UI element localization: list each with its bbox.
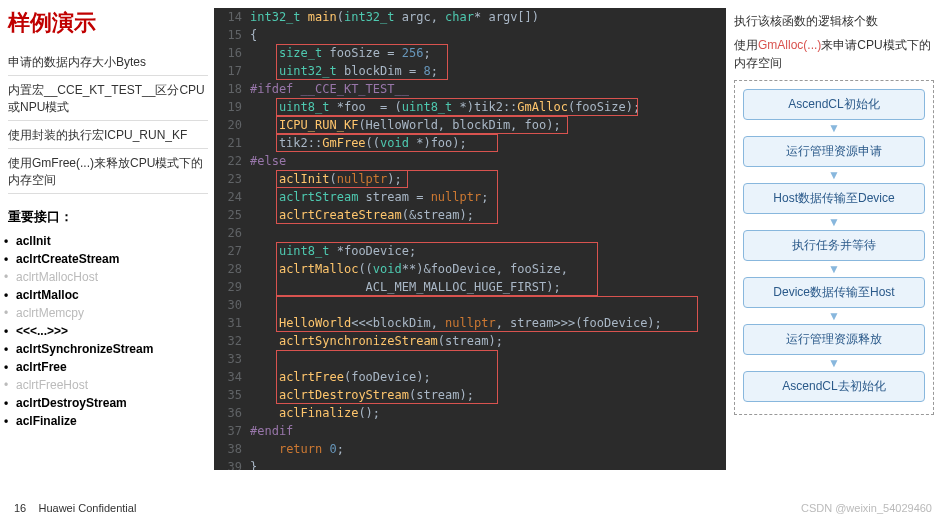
code-line[interactable]: 31 HelloWorld<<<blockDim, nullptr, strea… xyxy=(214,314,726,332)
line-number: 33 xyxy=(214,350,250,368)
code-content[interactable]: aclrtMalloc((void**)&fooDevice, fooSize, xyxy=(250,260,726,278)
api-item: aclrtMallocHost xyxy=(8,268,208,286)
code-content[interactable]: uint8_t *fooDevice; xyxy=(250,242,726,260)
line-number: 20 xyxy=(214,116,250,134)
page-number: 16 xyxy=(14,502,26,514)
flow-step: AscendCL去初始化 xyxy=(743,371,925,402)
footer-label: Huawei Confidential xyxy=(38,502,136,514)
code-content[interactable]: size_t fooSize = 256; xyxy=(250,44,726,62)
flow-arrow-icon: ▼ xyxy=(743,312,925,320)
line-number: 38 xyxy=(214,440,250,458)
line-number: 22 xyxy=(214,152,250,170)
code-line[interactable]: 33 xyxy=(214,350,726,368)
flow-arrow-icon: ▼ xyxy=(743,171,925,179)
code-line[interactable]: 23 aclInit(nullptr); xyxy=(214,170,726,188)
left-panel: 样例演示 申请的数据内存大小Bytes内置宏__CCE_KT_TEST__区分C… xyxy=(8,8,208,430)
code-line[interactable]: 14int32_t main(int32_t argc, char* argv[… xyxy=(214,8,726,26)
code-content[interactable]: #endif xyxy=(250,422,726,440)
code-content[interactable]: ICPU_RUN_KF(HelloWorld, blockDim, foo); xyxy=(250,116,726,134)
code-content[interactable]: tik2::GmFree((void *)foo); xyxy=(250,134,726,152)
flow-step: 运行管理资源释放 xyxy=(743,324,925,355)
code-line[interactable]: 34 aclrtFree(fooDevice); xyxy=(214,368,726,386)
code-line[interactable]: 35 aclrtDestroyStream(stream); xyxy=(214,386,726,404)
code-line[interactable]: 38 return 0; xyxy=(214,440,726,458)
code-line[interactable]: 28 aclrtMalloc((void**)&fooDevice, fooSi… xyxy=(214,260,726,278)
line-number: 34 xyxy=(214,368,250,386)
line-number: 19 xyxy=(214,98,250,116)
code-line[interactable]: 37#endif xyxy=(214,422,726,440)
code-content[interactable]: int32_t main(int32_t argc, char* argv[]) xyxy=(250,8,726,26)
code-line[interactable]: 18#ifdef __CCE_KT_TEST__ xyxy=(214,80,726,98)
right-note: 使用GmAlloc(...)来申请CPU模式下的内存空间 xyxy=(734,36,934,72)
flow-step: Device数据传输至Host xyxy=(743,277,925,308)
page-title: 样例演示 xyxy=(8,8,208,38)
footer: 16 Huawei Confidential xyxy=(14,502,136,514)
line-number: 16 xyxy=(214,44,250,62)
line-number: 27 xyxy=(214,242,250,260)
right-note: 执行该核函数的逻辑核个数 xyxy=(734,12,934,30)
line-number: 18 xyxy=(214,80,250,98)
code-content[interactable]: return 0; xyxy=(250,440,726,458)
flow-step: 执行任务并等待 xyxy=(743,230,925,261)
line-number: 17 xyxy=(214,62,250,80)
flow-diagram: AscendCL初始化▼运行管理资源申请▼Host数据传输至Device▼执行任… xyxy=(734,80,934,415)
code-line[interactable]: 15{ xyxy=(214,26,726,44)
code-content[interactable]: aclFinalize(); xyxy=(250,404,726,422)
line-number: 36 xyxy=(214,404,250,422)
code-line[interactable]: 27 uint8_t *fooDevice; xyxy=(214,242,726,260)
code-line[interactable]: 20 ICPU_RUN_KF(HelloWorld, blockDim, foo… xyxy=(214,116,726,134)
api-list: aclInitaclrtCreateStreamaclrtMallocHosta… xyxy=(8,232,208,430)
code-line[interactable]: 39} xyxy=(214,458,726,470)
code-content[interactable]: aclInit(nullptr); xyxy=(250,170,726,188)
left-annotation: 内置宏__CCE_KT_TEST__区分CPU或NPU模式 xyxy=(8,78,208,121)
code-content[interactable]: aclrtStream stream = nullptr; xyxy=(250,188,726,206)
code-line[interactable]: 26 xyxy=(214,224,726,242)
annotation-list: 申请的数据内存大小Bytes内置宏__CCE_KT_TEST__区分CPU或NP… xyxy=(8,50,208,194)
api-item: aclFinalize xyxy=(8,412,208,430)
api-item: <<<...>>> xyxy=(8,322,208,340)
code-content[interactable]: ACL_MEM_MALLOC_HUGE_FIRST); xyxy=(250,278,726,296)
code-line[interactable]: 17 uint32_t blockDim = 8; xyxy=(214,62,726,80)
code-content[interactable]: uint32_t blockDim = 8; xyxy=(250,62,726,80)
line-number: 21 xyxy=(214,134,250,152)
code-line[interactable]: 19 uint8_t *foo = (uint8_t *)tik2::GmAll… xyxy=(214,98,726,116)
line-number: 14 xyxy=(214,8,250,26)
code-content[interactable] xyxy=(250,296,726,314)
code-editor[interactable]: 14int32_t main(int32_t argc, char* argv[… xyxy=(214,8,726,470)
line-number: 31 xyxy=(214,314,250,332)
code-content[interactable]: aclrtSynchronizeStream(stream); xyxy=(250,332,726,350)
flow-arrow-icon: ▼ xyxy=(743,265,925,273)
code-content[interactable]: aclrtFree(fooDevice); xyxy=(250,368,726,386)
code-content[interactable] xyxy=(250,224,726,242)
line-number: 39 xyxy=(214,458,250,470)
code-content[interactable]: #else xyxy=(250,152,726,170)
code-content[interactable]: } xyxy=(250,458,726,470)
code-line[interactable]: 22#else xyxy=(214,152,726,170)
code-content[interactable]: { xyxy=(250,26,726,44)
code-content[interactable]: #ifdef __CCE_KT_TEST__ xyxy=(250,80,726,98)
code-content[interactable]: aclrtDestroyStream(stream); xyxy=(250,386,726,404)
api-item: aclrtSynchronizeStream xyxy=(8,340,208,358)
code-line[interactable]: 36 aclFinalize(); xyxy=(214,404,726,422)
code-content[interactable]: uint8_t *foo = (uint8_t *)tik2::GmAlloc(… xyxy=(250,98,726,116)
code-line[interactable]: 32 aclrtSynchronizeStream(stream); xyxy=(214,332,726,350)
line-number: 29 xyxy=(214,278,250,296)
flow-arrow-icon: ▼ xyxy=(743,124,925,132)
code-line[interactable]: 30 xyxy=(214,296,726,314)
code-line[interactable]: 24 aclrtStream stream = nullptr; xyxy=(214,188,726,206)
code-line[interactable]: 21 tik2::GmFree((void *)foo); xyxy=(214,134,726,152)
line-number: 23 xyxy=(214,170,250,188)
watermark: CSDN @weixin_54029460 xyxy=(801,502,932,514)
left-annotation: 使用封装的执行宏ICPU_RUN_KF xyxy=(8,123,208,149)
code-content[interactable]: aclrtCreateStream(&stream); xyxy=(250,206,726,224)
right-notes: 执行该核函数的逻辑核个数使用GmAlloc(...)来申请CPU模式下的内存空间 xyxy=(734,12,934,72)
code-line[interactable]: 25 aclrtCreateStream(&stream); xyxy=(214,206,726,224)
api-item: aclrtCreateStream xyxy=(8,250,208,268)
code-content[interactable] xyxy=(250,350,726,368)
line-number: 26 xyxy=(214,224,250,242)
right-panel: 执行该核函数的逻辑核个数使用GmAlloc(...)来申请CPU模式下的内存空间… xyxy=(734,12,934,415)
code-line[interactable]: 29 ACL_MEM_MALLOC_HUGE_FIRST); xyxy=(214,278,726,296)
line-number: 35 xyxy=(214,386,250,404)
code-line[interactable]: 16 size_t fooSize = 256; xyxy=(214,44,726,62)
code-content[interactable]: HelloWorld<<<blockDim, nullptr, stream>>… xyxy=(250,314,726,332)
